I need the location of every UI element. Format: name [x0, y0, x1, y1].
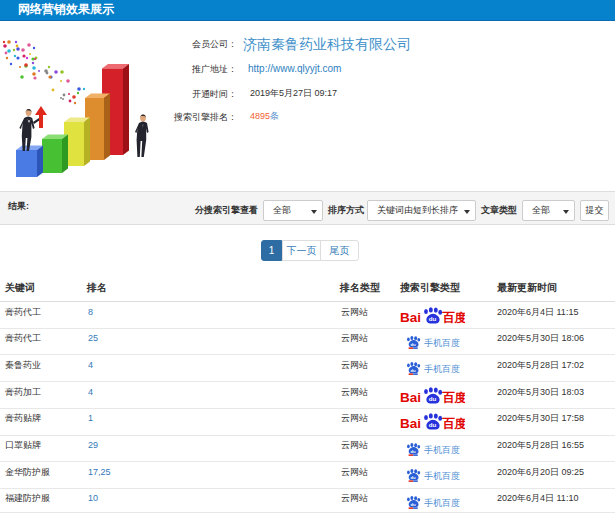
svg-text:Bai: Bai — [400, 309, 421, 324]
svg-text:手机百度: 手机百度 — [424, 497, 460, 507]
svg-text:du: du — [410, 448, 416, 453]
svg-text:百度: 百度 — [442, 310, 466, 324]
svg-text:手机百度: 手机百度 — [424, 337, 460, 347]
svg-text:手机百度: 手机百度 — [424, 364, 460, 374]
svg-text:百度: 百度 — [442, 390, 466, 404]
svg-text:Bai: Bai — [400, 416, 421, 431]
svg-text:du: du — [429, 315, 437, 322]
svg-text:du: du — [429, 395, 437, 402]
svg-text:du: du — [410, 502, 416, 507]
svg-text:du: du — [410, 475, 416, 480]
svg-text:du: du — [410, 341, 416, 346]
svg-text:Bai: Bai — [400, 389, 421, 404]
svg-text:手机百度: 手机百度 — [424, 471, 460, 481]
svg-text:du: du — [410, 368, 416, 373]
svg-text:百度: 百度 — [442, 417, 466, 431]
svg-text:手机百度: 手机百度 — [424, 444, 460, 454]
svg-text:du: du — [429, 421, 437, 428]
